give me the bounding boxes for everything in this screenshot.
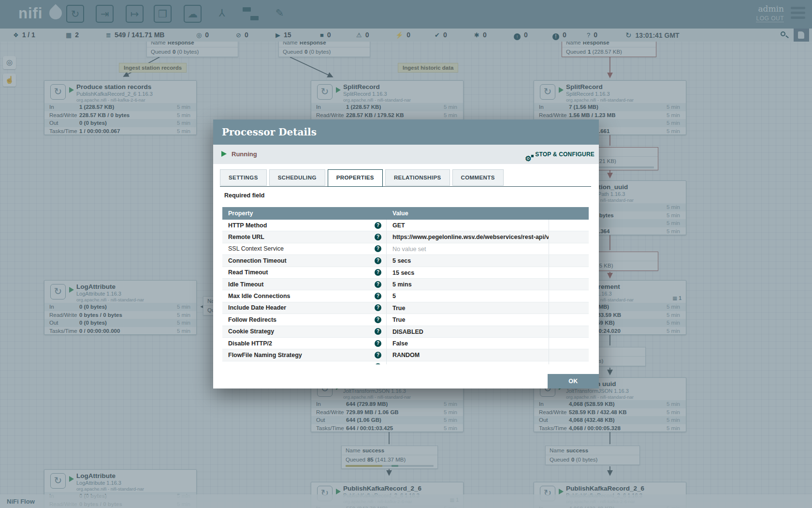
running-icon	[221, 151, 227, 157]
help-icon[interactable]: ?	[375, 293, 381, 299]
property-value: True	[387, 302, 549, 314]
help-icon[interactable]: ?	[375, 363, 381, 364]
properties-table: Property Value HTTP Method?GETRemote URL…	[222, 207, 589, 364]
property-name: Read Timeout	[228, 269, 268, 276]
property-row: Idle Timeout?5 mins	[222, 279, 589, 290]
property-value: RANDOM	[387, 349, 549, 360]
help-icon[interactable]: ?	[375, 352, 381, 359]
tab-relationships[interactable]: RELATIONSHIPS	[385, 169, 450, 186]
property-name: SSL Context Service	[228, 245, 284, 252]
stop-configure-icon: ⚙	[525, 150, 533, 158]
property-name: Follow Redirects	[228, 316, 276, 323]
property-value: False	[387, 338, 549, 349]
tab-settings[interactable]: SETTINGS	[220, 169, 267, 186]
property-value: 5	[387, 290, 549, 301]
property-row: Attributes to Send?No value set	[222, 361, 589, 364]
property-name: Connection Timeout	[228, 257, 287, 264]
dialog-header: Processor Details	[213, 120, 599, 145]
property-value: 5 secs	[387, 255, 549, 266]
property-name: Cookie Strategy	[228, 328, 274, 335]
help-icon[interactable]: ?	[375, 269, 381, 276]
property-row: SSL Context Service?No value set	[222, 243, 589, 255]
property-row: Include Date Header?True	[222, 302, 589, 314]
run-status-text: Running	[232, 145, 257, 164]
property-name: Attributes to Send	[228, 363, 276, 364]
property-name: HTTP Method	[228, 222, 267, 229]
property-column-header: Property	[222, 207, 387, 220]
property-row: FlowFile Naming Strategy?RANDOM	[222, 349, 589, 361]
property-name: Idle Timeout	[228, 281, 263, 288]
property-name: Disable HTTP/2	[228, 340, 272, 347]
tab-scheduling[interactable]: SCHEDULING	[269, 169, 325, 186]
tab-comments[interactable]: COMMENTS	[452, 169, 504, 186]
help-icon[interactable]: ?	[375, 340, 381, 347]
property-row: Follow Redirects?True	[222, 314, 589, 326]
processor-details-dialog: Processor Details Running ⚙STOP & CONFIG…	[213, 120, 599, 388]
dialog-title: Processor Details	[222, 126, 317, 138]
help-icon[interactable]: ?	[375, 316, 381, 323]
help-icon[interactable]: ?	[375, 304, 381, 311]
property-row: Connection Timeout?5 secs	[222, 255, 589, 267]
property-value: 5 mins	[387, 279, 549, 290]
properties-table-header: Property Value	[222, 207, 589, 220]
help-icon[interactable]: ?	[375, 281, 381, 288]
property-row: HTTP Method?GET	[222, 220, 589, 231]
property-row: Max Idle Connections?5	[222, 290, 589, 302]
dialog-tabs: SETTINGSSCHEDULINGPROPERTIESRELATIONSHIP…	[220, 169, 591, 187]
tab-underline	[220, 186, 591, 187]
stop-and-configure-button[interactable]: ⚙STOP & CONFIGURE	[525, 145, 594, 164]
tab-properties[interactable]: PROPERTIES	[328, 169, 383, 187]
property-name: Remote URL	[228, 234, 264, 240]
property-value: 15 secs	[387, 267, 549, 278]
value-column-header: Value	[387, 207, 549, 220]
property-row: Remote URL?https://www.pegelonline.wsv.d…	[222, 231, 589, 243]
property-value: No value set	[387, 361, 549, 364]
help-icon[interactable]: ?	[375, 234, 381, 240]
ok-button[interactable]: OK	[548, 374, 599, 388]
property-value: GET	[387, 220, 549, 231]
property-value: True	[387, 314, 549, 325]
property-name: Include Date Header	[228, 304, 286, 311]
property-row: Disable HTTP/2?False	[222, 338, 589, 349]
property-name: Max Idle Connections	[228, 293, 290, 299]
help-icon[interactable]: ?	[375, 245, 381, 252]
property-value: No value set	[387, 243, 549, 254]
help-icon[interactable]: ?	[375, 222, 381, 229]
property-row: Read Timeout?15 secs	[222, 267, 589, 279]
property-name: FlowFile Naming Strategy	[228, 352, 302, 359]
dialog-status-bar: Running ⚙STOP & CONFIGURE	[213, 145, 599, 164]
property-value: DISABLED	[387, 326, 549, 337]
property-row: Cookie Strategy?DISABLED	[222, 326, 589, 338]
help-icon[interactable]: ?	[375, 328, 381, 335]
required-field-note: Required field	[224, 192, 264, 199]
property-value: https://www.pegelonline.wsv.de/webservic…	[387, 231, 549, 242]
help-icon[interactable]: ?	[375, 257, 381, 264]
